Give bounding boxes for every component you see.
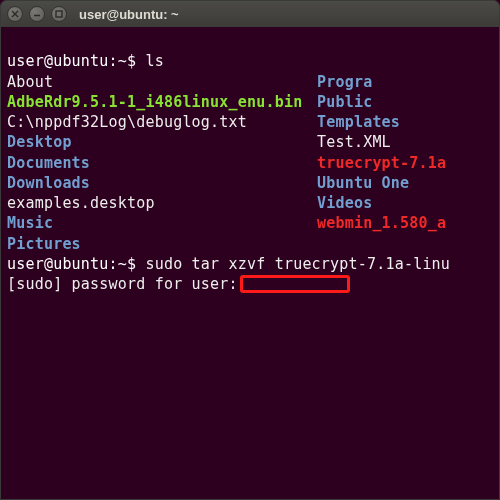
list-item: AdbeRdr9.5.1-1_i486linux_enu.bin <box>7 92 317 112</box>
list-row: C:\nppdf32Log\debuglog.txtTemplates <box>7 112 493 132</box>
list-row: DesktopTest.XML <box>7 132 493 152</box>
list-item: Desktop <box>7 132 317 152</box>
command-sudo-tar: sudo tar xzvf truecrypt-7.1a-linu <box>145 255 450 273</box>
prompt: user@ubuntu:~$ <box>7 255 145 273</box>
list-item: Ubuntu One <box>317 173 409 193</box>
titlebar: user@ubuntu: ~ <box>1 1 499 27</box>
list-item: Test.XML <box>317 132 391 152</box>
minimize-icon[interactable] <box>29 6 45 22</box>
terminal-window: user@ubuntu: ~ user@ubuntu:~$ ls AboutPr… <box>0 0 500 500</box>
list-row: Musicwebmin_1.580_a <box>7 213 493 233</box>
list-row: Documentstruecrypt-7.1a <box>7 153 493 173</box>
window-title: user@ubuntu: ~ <box>79 7 179 22</box>
maximize-icon[interactable] <box>51 6 67 22</box>
list-row: Pictures <box>7 234 493 254</box>
list-row: AdbeRdr9.5.1-1_i486linux_enu.binPublic <box>7 92 493 112</box>
list-item: Videos <box>317 193 372 213</box>
svg-rect-3 <box>56 11 62 17</box>
password-input-highlight[interactable] <box>240 275 350 293</box>
list-item: Documents <box>7 153 317 173</box>
list-item: C:\nppdf32Log\debuglog.txt <box>7 112 317 132</box>
list-item: truecrypt-7.1a <box>317 153 446 173</box>
list-item: Pictures <box>7 234 317 254</box>
list-row: AboutProgra <box>7 72 493 92</box>
command-ls: ls <box>145 52 163 70</box>
list-item: Templates <box>317 112 400 132</box>
list-item: About <box>7 72 317 92</box>
list-item: Downloads <box>7 173 317 193</box>
close-icon[interactable] <box>7 6 23 22</box>
list-item: webmin_1.580_a <box>317 213 446 233</box>
prompt: user@ubuntu:~$ <box>7 52 145 70</box>
list-row: examples.desktopVideos <box>7 193 493 213</box>
list-row: DownloadsUbuntu One <box>7 173 493 193</box>
list-item: Music <box>7 213 317 233</box>
list-item: Public <box>317 92 372 112</box>
sudo-password-prompt: [sudo] password for user: <box>7 275 238 293</box>
list-item: examples.desktop <box>7 193 317 213</box>
terminal-body[interactable]: user@ubuntu:~$ ls AboutPrograAdbeRdr9.5.… <box>1 27 499 319</box>
list-item: Progra <box>317 72 372 92</box>
ls-listing: AboutPrograAdbeRdr9.5.1-1_i486linux_enu.… <box>7 72 493 254</box>
